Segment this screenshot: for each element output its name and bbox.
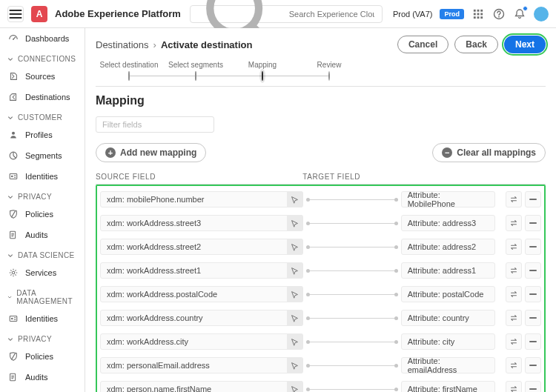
source-field-value[interactable]: xdm: workAddress.postalCode [100,286,289,302]
source-field-value[interactable]: xdm: personalEmail.address [100,357,289,373]
source-field-value[interactable]: xdm: workAddress.street3 [100,215,289,231]
target-field-value[interactable]: Attribute: address3 [401,215,495,231]
menu-toggle[interactable] [7,6,24,22]
swap-mapping-button[interactable] [506,262,522,279]
swap-mapping-button[interactable] [506,310,522,326]
swap-mapping-button[interactable] [506,357,522,373]
remove-mapping-button[interactable] [525,286,541,302]
source-field-picker-button[interactable] [287,215,303,231]
target-field-value[interactable]: Attribute: city [401,333,495,350]
chevron-down-icon [7,56,13,62]
search-input[interactable] [288,9,376,19]
nav-item-policies[interactable]: Policies [0,346,85,367]
nav-item-audits[interactable]: Audits [0,367,85,388]
target-field-header: TARGET FIELD [302,173,498,181]
target-field-value[interactable]: Attribute: country [401,310,495,326]
swap-mapping-button[interactable] [506,333,522,350]
nav-group-privacy[interactable]: PRIVACY [0,329,85,346]
source-field-value[interactable]: xdm: person.name.firstName [100,381,289,392]
nav-item-label: Audits [25,373,48,382]
destinations-icon [7,91,19,103]
back-button[interactable]: Back [454,36,498,53]
source-field-value[interactable]: xdm: workAddress.street2 [100,239,289,255]
nav-group-data-management[interactable]: DATA MANAGEMENT [0,283,85,308]
source-field-picker-button[interactable] [287,262,303,279]
source-field-picker-button[interactable] [287,191,303,207]
target-field-value[interactable]: Attribute: address1 [401,262,495,279]
source-field-picker-button[interactable] [287,381,303,392]
source-field-picker-button[interactable] [287,239,303,255]
step-select-destination[interactable]: Select destination [96,61,162,80]
nav-item-services[interactable]: Services [0,262,85,283]
remove-mapping-button[interactable] [525,381,541,392]
swap-mapping-button[interactable] [506,381,522,392]
nav-group-data-science[interactable]: DATA SCIENCE [0,388,85,392]
org-name[interactable]: Prod (VA7) [393,10,433,19]
source-field-picker-button[interactable] [287,286,303,302]
clear-all-mappings-button[interactable]: − Clear all mappings [432,143,546,162]
swap-icon [509,219,518,227]
remove-mapping-button[interactable] [525,333,541,350]
remove-mapping-button[interactable] [525,191,541,207]
minus-icon [529,270,537,271]
source-field-picker-button[interactable] [287,357,303,373]
notifications-icon[interactable] [513,7,526,21]
minus-icon [529,199,537,200]
nav-item-segments[interactable]: Segments [0,145,85,166]
source-field-picker-button[interactable] [287,310,303,326]
app-switcher-icon[interactable] [471,7,485,21]
nav-item-identities[interactable]: Identities [0,166,85,187]
swap-mapping-button[interactable] [506,286,522,302]
remove-mapping-button[interactable] [525,215,541,231]
nav-group-privacy[interactable]: PRIVACY [0,187,85,204]
mapping-connector [308,223,397,224]
source-field-value[interactable]: xdm: mobilePhone.number [100,191,289,207]
remove-mapping-button[interactable] [525,262,541,279]
target-field-value[interactable]: Attribute: MobilePhone [401,191,495,207]
cursor-icon [291,290,299,299]
minus-icon [529,246,537,248]
user-avatar[interactable] [534,7,549,21]
swap-mapping-button[interactable] [506,191,522,207]
nav-item-policies[interactable]: Policies [0,204,85,225]
mapping-row: xdm: workAddress.street2Attribute: addre… [97,235,544,259]
step-mapping[interactable]: Mapping [229,61,296,80]
step-review[interactable]: Review [296,61,363,80]
filter-fields-input[interactable] [96,116,214,133]
nav-item-audits[interactable]: Audits [0,225,85,245]
nav-item-dashboards[interactable]: Dashboards [0,28,85,49]
mapping-row: xdm: personalEmail.addressAttribute: ema… [97,353,544,377]
add-mapping-button[interactable]: + Add new mapping [96,143,206,162]
nav-item-destinations[interactable]: Destinations [0,87,85,107]
global-search[interactable] [190,5,383,23]
source-field-value[interactable]: xdm: workAddress.country [100,310,289,326]
nav-item-sources[interactable]: Sources [0,66,85,87]
target-field-value[interactable]: Attribute: address2 [401,239,495,255]
swap-mapping-button[interactable] [506,215,522,231]
cancel-button[interactable]: Cancel [397,36,449,53]
nav-item-identities[interactable]: Identities [0,308,85,329]
help-icon[interactable] [492,7,506,21]
remove-mapping-button[interactable] [525,310,541,326]
nav-group-customer[interactable]: CUSTOMER [0,107,85,124]
source-field-value[interactable]: xdm: workAddress.city [100,333,289,350]
target-field-value[interactable]: Attribute: postalCode [401,286,495,302]
next-button[interactable]: Next [504,36,546,53]
target-field-value[interactable]: Attribute: firstName [401,381,495,392]
source-field-picker-button[interactable] [287,333,303,350]
nav-item-label: Policies [25,210,53,219]
source-field-value[interactable]: xdm: workAddress.street1 [100,262,289,279]
nav-group-data-science[interactable]: DATA SCIENCE [0,245,85,262]
target-field-value[interactable]: Attribute: emailAddress [401,357,495,373]
nav-group-label: PRIVACY [18,193,52,201]
nav-group-connections[interactable]: CONNECTIONS [0,49,85,66]
swap-mapping-button[interactable] [506,239,522,255]
breadcrumb-link[interactable]: Destinations [96,39,149,50]
step-select-segments[interactable]: Select segments [162,61,229,80]
profile-icon [7,129,19,141]
chevron-down-icon [7,253,13,259]
remove-mapping-button[interactable] [525,239,541,255]
nav-item-profiles[interactable]: Profiles [0,124,85,145]
remove-mapping-button[interactable] [525,357,541,373]
mapping-table-header: SOURCE FIELD TARGET FIELD [96,170,546,185]
